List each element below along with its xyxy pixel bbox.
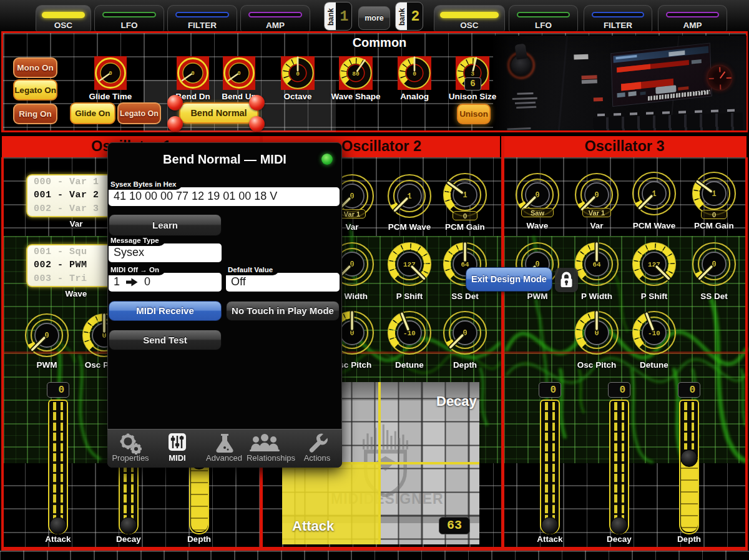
svg-text:Actions: Actions	[304, 453, 331, 463]
svg-text:Properties: Properties	[112, 453, 149, 463]
svg-text:Relationships: Relationships	[247, 453, 296, 463]
svg-text:MIDI: MIDI	[169, 453, 185, 463]
svg-text:Advanced: Advanced	[206, 453, 242, 463]
